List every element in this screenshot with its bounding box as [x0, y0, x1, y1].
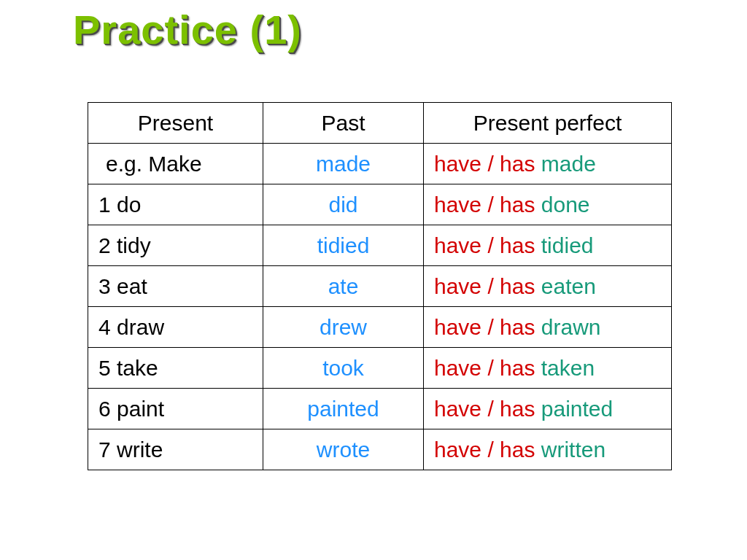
cell-present-perfect: have / has made [424, 144, 672, 184]
cell-present: 6 paint [88, 389, 263, 429]
have-has-label: have / has [434, 397, 535, 421]
cell-present: 2 tidy [88, 225, 263, 266]
cell-past: tidied [263, 225, 424, 266]
header-present: Present [88, 103, 263, 144]
have-has-label: have / has [434, 233, 535, 257]
cell-past: made [263, 144, 424, 184]
cell-past: took [263, 348, 424, 389]
cell-present-perfect: have / has eaten [424, 266, 672, 307]
pp-verb: written [541, 438, 605, 462]
table-row: 1 dodidhave / has done [88, 184, 672, 225]
table-row: 3 eatatehave / has eaten [88, 266, 672, 307]
pp-verb: made [541, 152, 596, 176]
have-has-label: have / has [434, 356, 535, 380]
table-row: 5 taketookhave / has taken [88, 348, 672, 389]
table-row: e.g. Makemadehave / has made [88, 144, 672, 184]
pp-verb: drawn [541, 315, 601, 339]
cell-present-perfect: have / has painted [424, 389, 672, 429]
pp-verb: painted [541, 397, 613, 421]
pp-verb: tidied [541, 233, 594, 257]
cell-past: ate [263, 266, 424, 307]
cell-present-perfect: have / has written [424, 429, 672, 470]
table-row: 7 writewrotehave / has written [88, 429, 672, 470]
header-past: Past [263, 103, 424, 144]
cell-present: 7 write [88, 429, 263, 470]
cell-present: 5 take [88, 348, 263, 389]
table-row: 2 tidytidiedhave / has tidied [88, 225, 672, 266]
have-has-label: have / has [434, 274, 535, 298]
verb-table: Present Past Present perfect e.g. Makema… [88, 102, 672, 470]
table-row: 6 paintpaintedhave / has painted [88, 389, 672, 429]
have-has-label: have / has [434, 438, 535, 462]
cell-present: 1 do [88, 184, 263, 225]
cell-past: drew [263, 307, 424, 348]
cell-present: e.g. Make [88, 144, 263, 184]
have-has-label: have / has [434, 152, 535, 176]
table-row: 4 drawdrewhave / has drawn [88, 307, 672, 348]
pp-verb: done [541, 192, 590, 217]
slide: Practice (1) Present Past Present perfec… [0, 0, 747, 560]
pp-verb: taken [541, 356, 595, 380]
page-title: Practice (1) [73, 6, 302, 53]
cell-present: 3 eat [88, 266, 263, 307]
table-header-row: Present Past Present perfect [88, 103, 672, 144]
cell-past: did [263, 184, 424, 225]
cell-present-perfect: have / has tidied [424, 225, 672, 266]
cell-present-perfect: have / has done [424, 184, 672, 225]
have-has-label: have / has [434, 192, 535, 217]
cell-past: wrote [263, 429, 424, 470]
have-has-label: have / has [434, 315, 535, 339]
pp-verb: eaten [541, 274, 596, 298]
cell-present-perfect: have / has taken [424, 348, 672, 389]
cell-present-perfect: have / has drawn [424, 307, 672, 348]
cell-present: 4 draw [88, 307, 263, 348]
header-pp: Present perfect [424, 103, 672, 144]
cell-past: painted [263, 389, 424, 429]
